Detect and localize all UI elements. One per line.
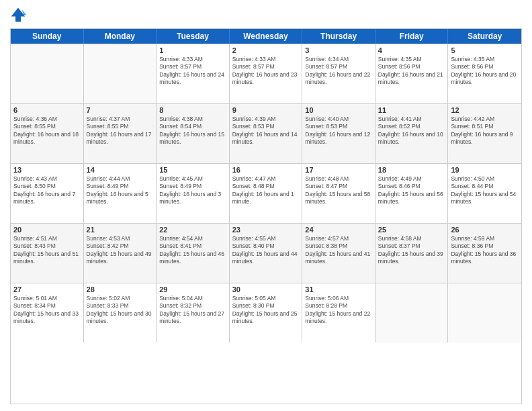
- empty-cell: [11, 44, 84, 103]
- week-row-1: 1Sunrise: 4:33 AM Sunset: 8:57 PM Daylig…: [11, 44, 521, 103]
- day-number: 9: [232, 106, 300, 114]
- day-cell-28: 28Sunrise: 5:02 AM Sunset: 8:33 PM Dayli…: [84, 283, 157, 342]
- header-day-tuesday: Tuesday: [157, 29, 230, 44]
- calendar-header: SundayMondayTuesdayWednesdayThursdayFrid…: [11, 29, 521, 44]
- day-number: 10: [305, 106, 372, 114]
- day-cell-13: 13Sunrise: 4:43 AM Sunset: 8:50 PM Dayli…: [11, 164, 84, 223]
- day-cell-19: 19Sunrise: 4:50 AM Sunset: 8:44 PM Dayli…: [448, 164, 521, 223]
- day-info: Sunrise: 4:58 AM Sunset: 8:37 PM Dayligh…: [378, 235, 445, 266]
- week-row-3: 13Sunrise: 4:43 AM Sunset: 8:50 PM Dayli…: [11, 163, 521, 223]
- day-cell-17: 17Sunrise: 4:48 AM Sunset: 8:47 PM Dayli…: [302, 164, 375, 223]
- day-cell-24: 24Sunrise: 4:57 AM Sunset: 8:38 PM Dayli…: [302, 224, 375, 283]
- day-number: 17: [305, 166, 372, 174]
- day-cell-4: 4Sunrise: 4:35 AM Sunset: 8:56 PM Daylig…: [375, 44, 449, 103]
- header-day-wednesday: Wednesday: [230, 29, 303, 44]
- day-info: Sunrise: 4:47 AM Sunset: 8:48 PM Dayligh…: [232, 175, 300, 206]
- day-cell-9: 9Sunrise: 4:39 AM Sunset: 8:53 PM Daylig…: [230, 104, 303, 163]
- day-number: 19: [451, 166, 519, 174]
- day-info: Sunrise: 4:48 AM Sunset: 8:47 PM Dayligh…: [305, 175, 372, 206]
- day-number: 4: [378, 46, 445, 54]
- day-number: 15: [159, 166, 226, 174]
- day-info: Sunrise: 4:51 AM Sunset: 8:43 PM Dayligh…: [13, 235, 81, 266]
- day-number: 23: [232, 226, 300, 234]
- logo: [10, 7, 29, 23]
- day-info: Sunrise: 4:49 AM Sunset: 8:46 PM Dayligh…: [378, 175, 445, 206]
- day-cell-31: 31Sunrise: 5:06 AM Sunset: 8:28 PM Dayli…: [302, 283, 375, 342]
- calendar-body: 1Sunrise: 4:33 AM Sunset: 8:57 PM Daylig…: [11, 44, 521, 342]
- day-number: 27: [13, 285, 81, 293]
- svg-marker-0: [11, 8, 26, 22]
- day-cell-2: 2Sunrise: 4:33 AM Sunset: 8:57 PM Daylig…: [230, 44, 303, 103]
- day-number: 7: [87, 106, 154, 114]
- day-number: 13: [13, 166, 81, 174]
- day-number: 21: [87, 226, 154, 234]
- day-info: Sunrise: 5:02 AM Sunset: 8:33 PM Dayligh…: [87, 295, 154, 326]
- day-cell-12: 12Sunrise: 4:42 AM Sunset: 8:51 PM Dayli…: [448, 104, 521, 163]
- week-row-5: 27Sunrise: 5:01 AM Sunset: 8:34 PM Dayli…: [11, 283, 521, 342]
- day-info: Sunrise: 4:39 AM Sunset: 8:53 PM Dayligh…: [232, 116, 300, 146]
- empty-cell: [375, 283, 449, 342]
- day-number: 12: [451, 106, 519, 114]
- day-cell-29: 29Sunrise: 5:04 AM Sunset: 8:32 PM Dayli…: [157, 283, 230, 342]
- day-info: Sunrise: 4:38 AM Sunset: 8:54 PM Dayligh…: [159, 116, 226, 146]
- header-day-sunday: Sunday: [11, 29, 84, 44]
- day-number: 24: [305, 226, 372, 234]
- day-cell-22: 22Sunrise: 4:54 AM Sunset: 8:41 PM Dayli…: [157, 224, 230, 283]
- header-day-friday: Friday: [375, 29, 449, 44]
- day-number: 25: [378, 226, 445, 234]
- day-number: 26: [451, 226, 519, 234]
- header-day-saturday: Saturday: [448, 29, 521, 44]
- day-cell-27: 27Sunrise: 5:01 AM Sunset: 8:34 PM Dayli…: [11, 283, 84, 342]
- day-cell-16: 16Sunrise: 4:47 AM Sunset: 8:48 PM Dayli…: [230, 164, 303, 223]
- day-cell-11: 11Sunrise: 4:41 AM Sunset: 8:52 PM Dayli…: [375, 104, 449, 163]
- day-info: Sunrise: 4:40 AM Sunset: 8:53 PM Dayligh…: [305, 116, 372, 146]
- day-cell-3: 3Sunrise: 4:34 AM Sunset: 8:57 PM Daylig…: [302, 44, 375, 103]
- day-number: 16: [232, 166, 300, 174]
- header: [10, 7, 522, 23]
- day-cell-21: 21Sunrise: 4:53 AM Sunset: 8:42 PM Dayli…: [84, 224, 157, 283]
- header-day-thursday: Thursday: [302, 29, 375, 44]
- day-info: Sunrise: 4:54 AM Sunset: 8:41 PM Dayligh…: [159, 235, 226, 266]
- header-day-monday: Monday: [84, 29, 157, 44]
- day-number: 8: [159, 106, 226, 114]
- day-number: 3: [305, 46, 372, 54]
- day-cell-30: 30Sunrise: 5:05 AM Sunset: 8:30 PM Dayli…: [230, 283, 303, 342]
- day-info: Sunrise: 4:34 AM Sunset: 8:57 PM Dayligh…: [305, 56, 372, 87]
- empty-cell: [448, 283, 521, 342]
- day-info: Sunrise: 4:35 AM Sunset: 8:56 PM Dayligh…: [451, 56, 519, 87]
- day-info: Sunrise: 5:05 AM Sunset: 8:30 PM Dayligh…: [232, 295, 300, 326]
- day-cell-20: 20Sunrise: 4:51 AM Sunset: 8:43 PM Dayli…: [11, 224, 84, 283]
- day-info: Sunrise: 4:43 AM Sunset: 8:50 PM Dayligh…: [13, 175, 81, 206]
- day-cell-5: 5Sunrise: 4:35 AM Sunset: 8:56 PM Daylig…: [448, 44, 521, 103]
- day-info: Sunrise: 4:41 AM Sunset: 8:52 PM Dayligh…: [378, 116, 445, 146]
- day-info: Sunrise: 5:06 AM Sunset: 8:28 PM Dayligh…: [305, 295, 372, 326]
- day-cell-14: 14Sunrise: 4:44 AM Sunset: 8:49 PM Dayli…: [84, 164, 157, 223]
- day-cell-6: 6Sunrise: 4:36 AM Sunset: 8:55 PM Daylig…: [11, 104, 84, 163]
- day-info: Sunrise: 4:57 AM Sunset: 8:38 PM Dayligh…: [305, 235, 372, 266]
- day-number: 11: [378, 106, 445, 114]
- day-info: Sunrise: 4:45 AM Sunset: 8:49 PM Dayligh…: [159, 175, 226, 206]
- day-number: 28: [87, 285, 154, 293]
- day-info: Sunrise: 5:01 AM Sunset: 8:34 PM Dayligh…: [13, 295, 81, 326]
- day-info: Sunrise: 4:53 AM Sunset: 8:42 PM Dayligh…: [87, 235, 154, 266]
- day-info: Sunrise: 4:42 AM Sunset: 8:51 PM Dayligh…: [451, 116, 519, 146]
- day-number: 31: [305, 285, 372, 293]
- day-info: Sunrise: 4:59 AM Sunset: 8:36 PM Dayligh…: [451, 235, 519, 266]
- calendar: SundayMondayTuesdayWednesdayThursdayFrid…: [10, 28, 522, 404]
- day-cell-8: 8Sunrise: 4:38 AM Sunset: 8:54 PM Daylig…: [157, 104, 230, 163]
- day-number: 6: [13, 106, 81, 114]
- day-info: Sunrise: 4:44 AM Sunset: 8:49 PM Dayligh…: [87, 175, 154, 206]
- day-number: 30: [232, 285, 300, 293]
- week-row-4: 20Sunrise: 4:51 AM Sunset: 8:43 PM Dayli…: [11, 223, 521, 283]
- day-info: Sunrise: 5:04 AM Sunset: 8:32 PM Dayligh…: [159, 295, 226, 326]
- day-info: Sunrise: 4:50 AM Sunset: 8:44 PM Dayligh…: [451, 175, 519, 206]
- day-number: 22: [159, 226, 226, 234]
- day-cell-18: 18Sunrise: 4:49 AM Sunset: 8:46 PM Dayli…: [375, 164, 449, 223]
- day-number: 2: [232, 46, 300, 54]
- day-number: 29: [159, 285, 226, 293]
- day-number: 18: [378, 166, 445, 174]
- week-row-2: 6Sunrise: 4:36 AM Sunset: 8:55 PM Daylig…: [11, 103, 521, 163]
- day-info: Sunrise: 4:36 AM Sunset: 8:55 PM Dayligh…: [13, 116, 81, 146]
- page: SundayMondayTuesdayWednesdayThursdayFrid…: [0, 0, 532, 411]
- day-cell-15: 15Sunrise: 4:45 AM Sunset: 8:49 PM Dayli…: [157, 164, 230, 223]
